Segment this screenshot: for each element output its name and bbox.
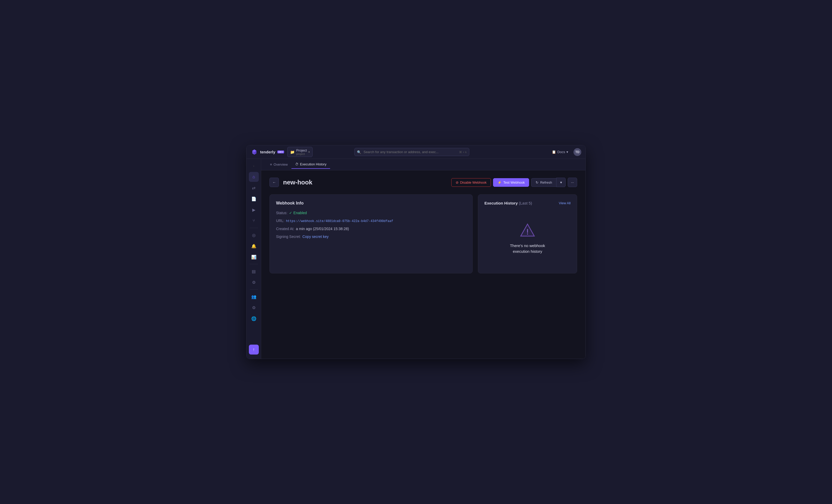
page-header: ← new-hook ⊘ Disable Webhook ⚡ Test Webh… — [269, 178, 577, 187]
sidebar-divider-1 — [250, 228, 258, 228]
refresh-chevron-icon: ▾ — [560, 180, 562, 185]
refresh-dropdown-button[interactable]: ▾ — [556, 178, 566, 187]
settings-icon: ⚙ — [252, 305, 256, 310]
page-title: new-hook — [283, 179, 312, 186]
more-icon: ··· — [571, 180, 574, 185]
docs-label: Docs — [557, 150, 565, 154]
sidebar-item-network[interactable]: ◎ — [249, 230, 259, 240]
exec-last5: (Last 5) — [519, 201, 532, 205]
check-circle-icon: ✓ — [289, 211, 292, 215]
search-input[interactable] — [354, 148, 469, 156]
search-bar: 🔍 ⌘ + k — [354, 148, 469, 156]
sidebar-item-simulator[interactable]: ▶ — [249, 205, 259, 215]
status-text: Enabled — [293, 211, 307, 215]
svg-point-0 — [527, 233, 528, 234]
app-window: tenderly DEV 📁 Project project ▾ 🔍 ⌘ + k… — [246, 145, 586, 359]
topbar: tenderly DEV 📁 Project project ▾ 🔍 ⌘ + k… — [246, 145, 586, 159]
exec-title-text: Execution History — [485, 201, 518, 205]
sidebar-item-integrations[interactable]: ⚙ — [249, 277, 259, 287]
header-actions: ⊘ Disable Webhook ⚡ Test Webhook ↻ Refre… — [451, 178, 577, 187]
refresh-label: Refresh — [540, 180, 552, 185]
sidebar-item-explorer[interactable]: 🌐 — [249, 313, 259, 324]
page-content: ← new-hook ⊘ Disable Webhook ⚡ Test Webh… — [261, 170, 586, 359]
overview-icon: ≡ — [270, 163, 272, 166]
breadcrumb-bar: ≡ Overview ⏱ Execution History — [261, 159, 586, 170]
warning-triangle-icon — [519, 222, 536, 239]
home-icon: ⌂ — [253, 174, 255, 179]
tenderly-logo-icon — [251, 148, 258, 156]
search-icon: 🔍 — [357, 150, 361, 154]
docs-icon: 📋 — [552, 150, 556, 154]
upgrade-icon: ↑ — [253, 347, 255, 352]
breadcrumb-execution-history[interactable]: ⏱ Execution History — [291, 160, 330, 169]
analytics-icon: 📊 — [251, 255, 256, 259]
execution-history-empty-state: There's no webhook execution history — [485, 209, 571, 267]
breadcrumb-overview[interactable]: ≡ Overview — [266, 161, 291, 169]
test-label: Test Webhook — [503, 180, 525, 185]
sidebar-item-storage[interactable]: ▤ — [249, 267, 259, 276]
test-webhook-button[interactable]: ⚡ Test Webhook — [493, 178, 529, 187]
cards-layout: Webhook Info Status: ✓ Enabled URL: http… — [269, 194, 577, 273]
search-kbd: ⌘ + k — [459, 150, 467, 153]
back-button[interactable]: ← — [269, 178, 279, 187]
sidebar-item-settings[interactable]: ⚙ — [249, 303, 259, 312]
project-chevron-icon: ▾ — [308, 150, 310, 153]
created-label: Created At: — [276, 227, 294, 231]
webhook-info-card: Webhook Info Status: ✓ Enabled URL: http… — [269, 194, 473, 273]
project-selector[interactable]: 📁 Project project ▾ — [287, 147, 312, 157]
webhook-created-row: Created At: a min ago (25/01/2024 15:38:… — [276, 227, 466, 231]
back-arrow-icon: ← — [272, 180, 276, 185]
logo-text: tenderly — [260, 150, 275, 154]
sidebar: › ⌂ ⇄ 📄 ▶ ⑂ ◎ 🔔 📊 — [246, 159, 261, 359]
created-value: a min ago (25/01/2024 15:38:28) — [296, 227, 349, 231]
upgrade-button[interactable]: ↑ — [249, 345, 259, 355]
url-label: URL: — [276, 219, 284, 223]
sidebar-item-home[interactable]: ⌂ — [249, 172, 259, 182]
webhook-status-row: Status: ✓ Enabled — [276, 211, 466, 215]
fork-icon: ⑂ — [253, 218, 255, 223]
globe-icon: 🌐 — [251, 316, 256, 321]
webhook-url-row: URL: https://webhook.site/4881dca0-075b-… — [276, 219, 466, 223]
project-sub: project — [296, 152, 307, 156]
disable-icon: ⊘ — [456, 180, 459, 185]
simulator-icon: ▶ — [252, 207, 255, 212]
status-value: ✓ Enabled — [289, 211, 307, 215]
logo-badge: DEV — [277, 150, 284, 153]
exec-panel-header: Execution History (Last 5) View All — [485, 201, 571, 205]
disable-webhook-button[interactable]: ⊘ Disable Webhook — [451, 178, 491, 187]
webhook-info-title: Webhook Info — [276, 201, 466, 205]
sidebar-item-forks[interactable]: ⑂ — [249, 216, 259, 226]
sidebar-item-alerts[interactable]: 🔔 — [249, 241, 259, 251]
history-label: Execution History — [300, 162, 327, 166]
alerts-icon: 🔔 — [251, 244, 256, 249]
empty-state-text: There's no webhook execution history — [510, 243, 545, 255]
webhook-signing-row: Signing Secret: Copy secret key — [276, 234, 466, 239]
avatar[interactable]: TD — [573, 148, 581, 156]
transactions-icon: ⇄ — [252, 186, 255, 191]
sidebar-item-analytics[interactable]: 📊 — [249, 252, 259, 262]
refresh-button[interactable]: ↻ Refresh — [531, 178, 556, 187]
docs-button[interactable]: 📋 Docs ▾ — [550, 149, 570, 155]
refresh-button-group: ↻ Refresh ▾ — [531, 178, 566, 187]
view-all-link[interactable]: View All — [559, 201, 571, 205]
integrations-icon: ⚙ — [252, 280, 256, 285]
history-icon: ⏱ — [295, 162, 298, 166]
url-value[interactable]: https://webhook.site/4881dca0-075b-422a-… — [286, 219, 393, 223]
main-layout: › ⌂ ⇄ 📄 ▶ ⑂ ◎ 🔔 📊 — [246, 159, 586, 359]
exec-panel-title: Execution History (Last 5) — [485, 201, 532, 205]
contracts-icon: 📄 — [251, 196, 256, 201]
sidebar-item-members[interactable]: 👥 — [249, 292, 259, 302]
disable-label: Disable Webhook — [460, 180, 487, 185]
sidebar-expand-button[interactable]: › — [249, 161, 259, 171]
more-options-button[interactable]: ··· — [568, 178, 577, 187]
content-area: ≡ Overview ⏱ Execution History ← new-hoo… — [261, 159, 586, 359]
copy-secret-link[interactable]: Copy secret key — [303, 234, 329, 239]
sidebar-item-transactions[interactable]: ⇄ — [249, 183, 259, 193]
refresh-icon: ↻ — [536, 180, 539, 185]
status-label: Status: — [276, 211, 287, 215]
members-icon: 👥 — [251, 294, 256, 299]
project-name: Project — [296, 148, 307, 152]
test-icon: ⚡ — [497, 180, 502, 185]
sidebar-item-contracts[interactable]: 📄 — [249, 194, 259, 204]
network-icon: ◎ — [252, 233, 256, 237]
